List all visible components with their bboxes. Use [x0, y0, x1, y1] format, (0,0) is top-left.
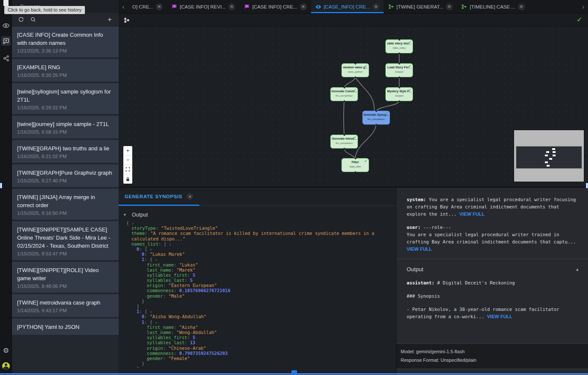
json-token-s: "A romance scam facilitator is killed by…	[150, 231, 374, 236]
zoom-in-button[interactable]: +	[123, 146, 132, 155]
json-token-p: :	[163, 283, 169, 288]
tab-generate-synopsis[interactable]: GENERATE SYNOPSIS ✕	[119, 188, 199, 205]
account-avatar[interactable]	[2, 362, 10, 370]
prompt-list-item[interactable]: [TWINE] [JINJA] Array merge in correct o…	[12, 189, 119, 220]
close-icon[interactable]: ✕	[228, 3, 235, 10]
left-edge-resize-handle[interactable]	[0, 183, 2, 188]
prompt-list-item[interactable]: [TWINE] metroidvania case graph1/14/2025…	[12, 294, 119, 317]
back-button[interactable]	[2, 0, 10, 6]
lock-button[interactable]	[123, 174, 132, 184]
json-token-arr[interactable]: ∨	[150, 310, 152, 314]
json-token-arr[interactable]: ∨	[132, 222, 134, 226]
close-icon[interactable]: ✕	[156, 3, 163, 10]
user-role-line: ---role---	[421, 225, 451, 230]
minimap[interactable]	[514, 130, 584, 182]
tabs-scroll-left-icon[interactable]: ‹	[119, 0, 128, 13]
system-label: system:	[407, 197, 426, 202]
output-section-header[interactable]: ▼ Output	[119, 206, 396, 220]
json-token-k: commonness	[147, 288, 174, 293]
prompt-list-item[interactable]: [twine][syllogism] sample syllogism for …	[12, 83, 119, 114]
editor-tab[interactable]: [CASE_INFO] CRE...✕	[311, 0, 384, 13]
graph-node[interactable]: Generate Introd...llm_completion✓	[330, 135, 358, 149]
view-full-link[interactable]: VIEW FULL	[487, 314, 512, 319]
json-token-arr[interactable]: ∨	[169, 243, 172, 246]
graph-canvas[interactable]: state mkey stor...state_mkey✓random name…	[119, 26, 588, 187]
settings-gear-icon[interactable]: ⚙	[2, 346, 10, 354]
chat-plus-icon[interactable]	[1, 36, 11, 46]
graph-node[interactable]: random name g...exec_python✓	[341, 63, 369, 77]
prompt-list-item[interactable]: [TWINE][GRAPH]Pure Graphviz graph1/15/20…	[12, 164, 119, 187]
tabs-scroll-right-icon[interactable]: ›	[579, 0, 588, 13]
output-tab-row: GENERATE SYNOPSIS ✕	[119, 188, 396, 206]
node-subtitle: state_mkey	[386, 46, 413, 50]
json-line: 0: "Lukas Marek"	[119, 252, 396, 257]
prompt-list-item[interactable]: [CASE INFO] Create Common Info with rand…	[12, 26, 119, 57]
json-line: calculated dispo..."	[119, 236, 396, 241]
prompt-list-item[interactable]: [TWINE][GRAPH} two truths and a lie1/16/…	[12, 140, 119, 163]
close-icon[interactable]: ✕	[518, 3, 525, 10]
prompt-list-item[interactable]: [twine][journey] simple sample - 2T1L1/1…	[12, 116, 119, 138]
prompt-list-item[interactable]: [PYTHON] Yaml to JSON	[12, 319, 119, 335]
right-edge-resize-handle[interactable]	[586, 183, 588, 188]
eye-icon[interactable]	[2, 21, 10, 30]
json-token-arr[interactable]: ∨	[150, 248, 152, 252]
node-subtitle: llm_completion	[331, 94, 358, 97]
prompt-list-item[interactable]: [TWINE][SNIPPET][ROLE] Video game writer…	[12, 262, 119, 293]
editor-tab[interactable]: [TIMELINE] CASE ...✕	[457, 0, 529, 13]
graph-layout-icon[interactable]	[124, 17, 131, 25]
graph-node[interactable]: Generate Synop...llm_completion✓	[362, 111, 390, 125]
json-token-n: 5	[192, 272, 195, 278]
close-icon[interactable]: ✕	[446, 3, 453, 10]
system-message: system: You are a specialist legal proce…	[407, 196, 579, 218]
prompt-list-item[interactable]: [EXAMPLE] RNG1/16/2025, 8:30:25 PM	[12, 59, 119, 82]
search-icon[interactable]	[29, 16, 37, 23]
assistant-label: assistant:	[407, 280, 434, 286]
add-prompt-button[interactable]: +	[106, 16, 114, 23]
editor-tab[interactable]: O] CRE...✕	[128, 0, 167, 13]
graph-node[interactable]: Load Story For...snippet✓	[385, 63, 413, 77]
json-token-k: last_name	[147, 267, 171, 272]
bottom-resize-handle[interactable]	[291, 370, 297, 375]
prompt-title: [TWINE] [JINJA] Array merge in correct o…	[17, 193, 114, 209]
app-window: ⚙ Prompts + [CASE INFO] Create Common In…	[0, 0, 588, 375]
fit-view-button[interactable]	[123, 165, 132, 174]
json-line: 0: "Aisha Wong-Abdullah"	[119, 314, 396, 319]
refresh-icon[interactable]	[17, 16, 25, 23]
editor-tab[interactable]: [TWINE] GENERAT...✕	[384, 0, 457, 13]
editor-tab[interactable]: [CASE INFO] CRE...✕	[239, 0, 311, 13]
json-line: gender: "Male"	[119, 293, 396, 299]
json-token-s: "Aisha"	[179, 325, 198, 330]
graph-node[interactable]: Generate Comm...llm_completion✓	[330, 87, 358, 101]
json-line: names_list: [ ∨	[119, 241, 396, 246]
json-token-p: :	[163, 346, 169, 351]
node-success-check-icon: ✓	[353, 135, 356, 140]
prompt-list-item[interactable]: [TWINE][SNIPPET][SAMPLE CASE] Online Thr…	[12, 221, 119, 260]
minimap-node-dot	[553, 151, 556, 153]
node-subtitle: snippet	[386, 94, 413, 97]
graph-node[interactable]: Filterstate_filter✓	[341, 158, 369, 172]
view-full-link[interactable]: VIEW FULL	[460, 211, 485, 217]
json-token-arr[interactable]: ∨	[155, 258, 157, 262]
json-output-view[interactable]: { ∨storyType: "TwistedLoveTriangle"theme…	[119, 220, 396, 368]
zoom-out-button[interactable]: −	[123, 155, 132, 165]
json-token-p: :	[174, 351, 179, 356]
json-token-arr[interactable]: ∨	[155, 321, 157, 325]
chevron-up-icon: ▲	[575, 267, 579, 272]
json-line: origin: "Chinese-Arab"	[119, 346, 396, 351]
json-token-n: 13	[190, 340, 195, 345]
editor-tab[interactable]: [CASE INFO] REVI...✕	[167, 0, 239, 13]
graph-node[interactable]: Mystery Style F...snippet✓	[385, 87, 413, 101]
close-icon[interactable]: ✕	[373, 3, 379, 10]
minimap-node-dot	[547, 165, 550, 167]
inspector-output-header[interactable]: Output ▲	[407, 266, 579, 272]
close-icon[interactable]: ✕	[186, 193, 193, 200]
run-success-check-icon: ✓	[576, 16, 582, 23]
json-token-p: :	[174, 288, 179, 293]
close-icon[interactable]: ✕	[300, 3, 307, 10]
tab-bar: ‹ O] CRE...✕[CASE INFO] REVI...✕[CASE IN…	[119, 0, 588, 14]
view-full-link[interactable]: VIEW FULL	[407, 246, 432, 252]
chat-icon	[171, 4, 177, 10]
workflow-icon[interactable]	[2, 54, 10, 62]
graph-node[interactable]: state mkey stor...state_mkey✓	[385, 39, 413, 53]
system-text: You are a specialist legal procedural wr…	[407, 197, 576, 217]
